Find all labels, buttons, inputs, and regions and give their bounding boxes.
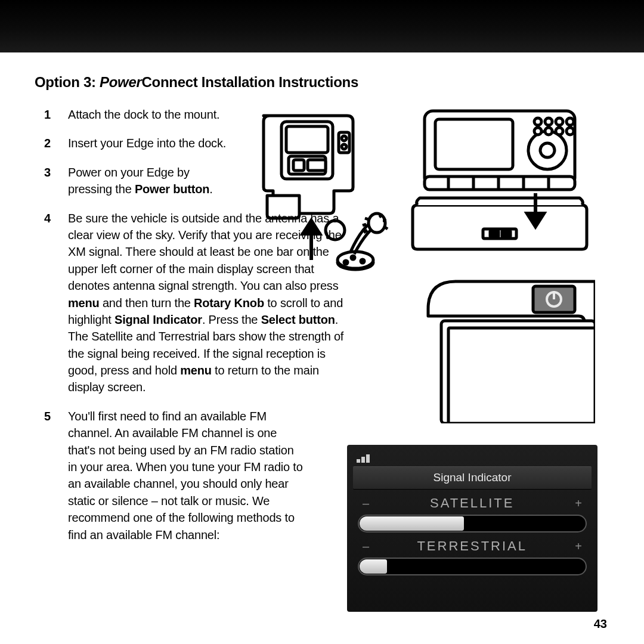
- step-5: 5 You'll first need to find an available…: [31, 408, 305, 543]
- svg-point-26: [556, 128, 563, 135]
- svg-rect-3: [293, 160, 304, 171]
- step-4: 4 Be sure the vehicle is outside and the…: [31, 210, 353, 396]
- device-in-dock-illustration: [407, 106, 592, 261]
- svg-point-22: [556, 118, 563, 125]
- step-1-number: 1: [44, 106, 51, 123]
- step-2-text: Insert your Edge into the dock.: [68, 137, 226, 150]
- terrestrial-minus: –: [363, 540, 369, 553]
- step-1-text: Attach the dock to the mount.: [68, 108, 219, 121]
- step-5-number: 5: [44, 408, 51, 425]
- step-3-number: 3: [44, 164, 51, 181]
- svg-rect-1: [286, 126, 328, 153]
- heading-product-italic: Power: [100, 74, 142, 90]
- terrestrial-label: TERRESTRIAL: [417, 538, 527, 554]
- satellite-bar-fill: [360, 516, 464, 531]
- svg-point-6: [342, 136, 346, 141]
- satellite-bar-track: [358, 515, 587, 532]
- signal-indicator-screen: Signal Indicator – SATELLITE + – TERREST…: [347, 445, 597, 612]
- terrestrial-bar-track: [358, 558, 587, 575]
- step-4-number: 4: [44, 210, 51, 227]
- svg-point-27: [566, 128, 574, 135]
- svg-rect-35: [490, 231, 499, 236]
- step-4-text: Be sure the vehicle is outside and the a…: [68, 212, 343, 394]
- step-1: 1 Attach the dock to the mount.: [31, 106, 234, 123]
- svg-point-20: [534, 118, 541, 125]
- terrestrial-plus: +: [575, 540, 582, 553]
- svg-rect-17: [435, 119, 513, 169]
- satellite-label: SATELLITE: [430, 496, 515, 511]
- satellite-plus: +: [575, 497, 582, 510]
- step-2-number: 2: [44, 135, 51, 151]
- svg-point-23: [566, 118, 574, 125]
- signal-panel-title: Signal Indicator: [353, 466, 592, 490]
- svg-point-19: [540, 143, 555, 157]
- svg-point-12: [361, 259, 364, 263]
- signal-bars-icon: [353, 451, 592, 463]
- terrestrial-section: – TERRESTRIAL +: [353, 537, 592, 575]
- content-area: Signal Indicator – SATELLITE + – TERREST…: [31, 106, 613, 543]
- step-2: 2 Insert your Edge into the dock.: [31, 135, 234, 151]
- manual-page: Option 3: PowerConnect Installation Inst…: [0, 52, 644, 644]
- svg-rect-36: [502, 231, 510, 236]
- satellite-section: – SATELLITE +: [353, 494, 592, 532]
- top-black-bar: [0, 0, 644, 52]
- svg-point-24: [534, 128, 541, 135]
- step-3-text: Power on your Edge by pressing the Power…: [68, 166, 213, 196]
- heading-product-rest: Connect Installation Instructions: [142, 74, 358, 90]
- svg-rect-4: [308, 160, 326, 171]
- device-power-corner-illustration: [425, 278, 595, 423]
- svg-point-25: [545, 128, 552, 135]
- page-number: 43: [594, 617, 607, 631]
- step-5-text: You'll first need to find an available F…: [68, 410, 303, 541]
- svg-point-21: [545, 118, 552, 125]
- step-3: 3 Power on your Edge by pressing the Pow…: [31, 164, 234, 198]
- section-heading: Option 3: PowerConnect Installation Inst…: [35, 74, 613, 91]
- heading-prefix: Option 3:: [35, 74, 100, 90]
- satellite-minus: –: [363, 497, 369, 510]
- svg-rect-39: [448, 328, 595, 423]
- terrestrial-bar-fill: [360, 559, 387, 574]
- svg-point-7: [342, 144, 346, 149]
